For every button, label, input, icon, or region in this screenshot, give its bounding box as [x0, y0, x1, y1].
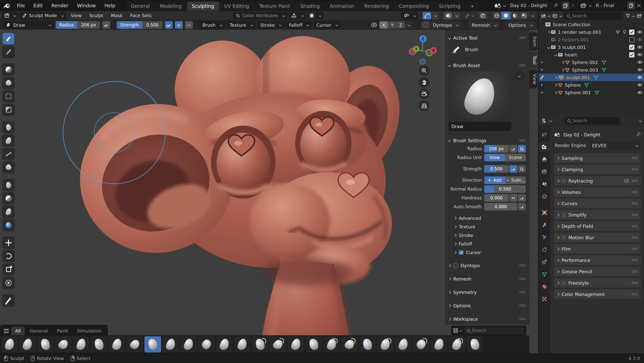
shading-wireframe-button[interactable]: [492, 12, 501, 19]
remove-view-layer-icon[interactable]: [637, 4, 641, 8]
add-workspace-button[interactable]: +: [466, 2, 479, 11]
remesh-menu[interactable]: Remesh: [469, 21, 499, 29]
drag-handle[interactable]: [631, 259, 638, 261]
radius-unified-button[interactable]: [518, 145, 526, 153]
outliner-row-sculpt-collection[interactable]: 3 sculpt.001: [539, 43, 644, 51]
tab-scene-properties[interactable]: [539, 179, 550, 189]
outliner-row-render-setup[interactable]: 1 render setup.001: [539, 28, 644, 36]
dyntopo-menu[interactable]: Dyntopo: [430, 21, 462, 29]
tab-material-properties[interactable]: [539, 282, 550, 292]
brush-thumb[interactable]: [270, 336, 286, 352]
tool-mask[interactable]: [3, 64, 14, 75]
strength-slider[interactable]: Strength 0.500: [117, 21, 163, 29]
brush-asset-dropdown[interactable]: [515, 71, 524, 80]
drag-handle[interactable]: [519, 304, 526, 307]
strength-pressure-button[interactable]: [165, 21, 173, 29]
tool-transform[interactable]: [3, 277, 14, 289]
symmetry-z-button[interactable]: Z: [396, 21, 405, 29]
shelf-display-button[interactable]: [453, 328, 462, 333]
list-icon[interactable]: [624, 179, 629, 183]
pin-icon[interactable]: [554, 3, 558, 8]
options-menu[interactable]: Options: [506, 21, 536, 29]
subpanel-stroke[interactable]: Stroke: [448, 231, 526, 239]
strength-slider[interactable]: 0.500: [484, 165, 509, 173]
drag-handle[interactable]: [631, 179, 638, 182]
view-layer-field[interactable]: R - Final: [593, 2, 626, 10]
properties-editor-icon[interactable]: [541, 118, 547, 124]
workspace-tab-general[interactable]: General: [126, 2, 155, 11]
hardness-pressure-button[interactable]: [518, 194, 526, 202]
gizmos-dropdown[interactable]: [432, 12, 439, 19]
pan-button[interactable]: [419, 77, 430, 88]
cursor-checkbox[interactable]: [459, 250, 464, 255]
blender-logo-icon[interactable]: [3, 2, 11, 9]
auto-smooth-slider[interactable]: 0.000: [484, 203, 517, 210]
brush-thumb[interactable]: [252, 336, 268, 352]
panel-sampling[interactable]: Sampling: [554, 153, 641, 163]
scene-icon[interactable]: [494, 3, 501, 8]
outliner-search[interactable]: [564, 12, 623, 20]
overlays-dropdown[interactable]: [453, 12, 460, 19]
editor-type-chevron[interactable]: [548, 14, 550, 17]
shelf-tab-simulation[interactable]: Simulation: [73, 326, 105, 335]
strength-pressure-button[interactable]: [509, 165, 517, 173]
radius-pressure-button[interactable]: [102, 21, 110, 29]
radius-pressure-button[interactable]: [509, 145, 517, 153]
outliner-row-scene-collection[interactable]: Scene Collection: [539, 21, 644, 28]
drag-handle[interactable]: [631, 214, 638, 216]
workspace-tab-sculpting[interactable]: Sculpting: [187, 2, 219, 11]
shading-material-button[interactable]: [510, 12, 519, 19]
direction-subtract-button[interactable]: −: [185, 21, 193, 29]
tab-particle-properties[interactable]: [539, 232, 550, 242]
brush-thumb[interactable]: [19, 336, 36, 352]
direction-segment[interactable]: +Add −Subt...: [484, 176, 526, 184]
brush-thumb[interactable]: [413, 336, 430, 352]
texture-menu[interactable]: Texture: [227, 21, 256, 29]
collection-checkbox[interactable]: [629, 29, 634, 35]
brush-thumb[interactable]: [395, 336, 412, 352]
subpanel-texture[interactable]: Texture: [448, 222, 526, 231]
viewpoint-indicator[interactable]: [419, 58, 425, 65]
menu-file[interactable]: File: [13, 3, 29, 8]
gizmos-toggle[interactable]: [423, 12, 431, 19]
panel-freestyle[interactable]: Freestyle: [554, 278, 641, 288]
brush-selector[interactable]: Draw: [3, 21, 54, 29]
brush-thumb[interactable]: [73, 336, 89, 352]
collection-checkbox[interactable]: [629, 37, 634, 42]
drag-handle[interactable]: [519, 318, 526, 320]
drag-handle[interactable]: [519, 278, 526, 280]
sidebar-tab-view[interactable]: View: [529, 70, 537, 88]
brush-thumb[interactable]: [234, 336, 251, 352]
drag-handle[interactable]: [519, 139, 526, 142]
eye-icon[interactable]: [637, 68, 642, 72]
view-layer-icon[interactable]: [580, 3, 587, 8]
brush-thumb[interactable]: [305, 336, 322, 352]
editor-type-button[interactable]: [2, 12, 18, 19]
brush-thumb[interactable]: [216, 336, 233, 352]
tab-texture-properties[interactable]: [539, 294, 550, 304]
properties-search[interactable]: [564, 117, 620, 125]
brush-thumb[interactable]: [198, 336, 215, 352]
view-layer-chevron[interactable]: [589, 4, 592, 7]
tool-cloth-filter[interactable]: [3, 179, 14, 191]
tool-edit-face-set[interactable]: [3, 206, 14, 218]
outliner-row-sculpt-001-selected[interactable]: sculpt.001: [539, 74, 644, 81]
brush-asset-preview[interactable]: Draw: [448, 71, 511, 131]
radius-unit-scene[interactable]: Scene: [505, 154, 526, 161]
tool-line-project[interactable]: [3, 148, 14, 160]
outliner-row-sphere[interactable]: Sphere: [539, 81, 644, 89]
hardness-invert-button[interactable]: ↔: [509, 194, 517, 202]
new-view-layer-button[interactable]: [627, 2, 635, 9]
tab-physics-properties[interactable]: [539, 245, 550, 255]
workspace-tab-rendering[interactable]: Rendering: [359, 2, 393, 11]
tool-mesh-filter[interactable]: [3, 162, 14, 173]
brush-asset-panel-header[interactable]: Brush Asset: [448, 61, 526, 70]
shelf-tab-general[interactable]: General: [26, 326, 52, 335]
panel-raytracing[interactable]: Raytracing: [554, 176, 641, 186]
eye-icon[interactable]: [637, 53, 642, 57]
sidebar-tab-tool[interactable]: Tool: [529, 52, 537, 69]
tool-color-filter[interactable]: [3, 193, 14, 204]
tool-brush[interactable]: [3, 33, 14, 44]
color-attributes-dropdown[interactable]: Color Attributes: [233, 12, 288, 19]
symmetry-panel-header[interactable]: Symmetry: [448, 288, 526, 297]
